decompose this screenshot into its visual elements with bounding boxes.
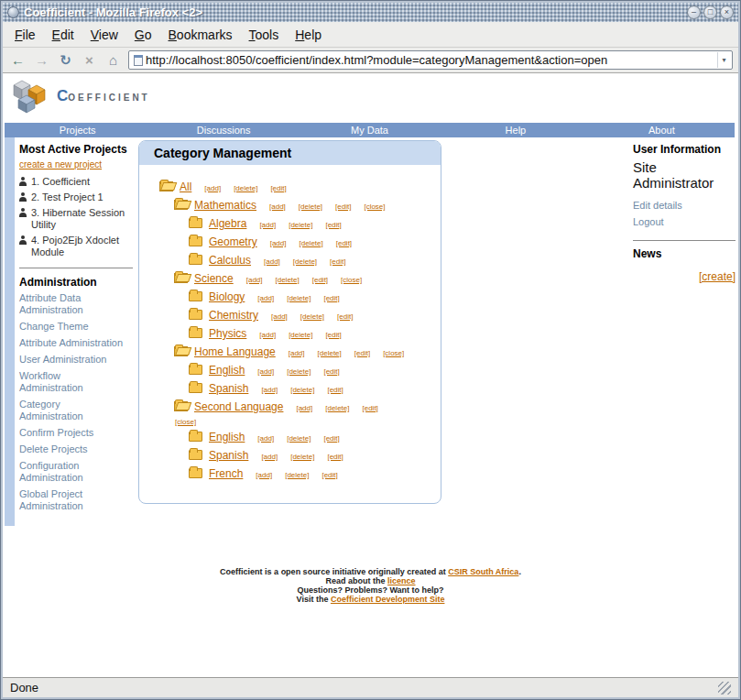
nav-discussions[interactable]: Discussions — [150, 123, 296, 137]
project-link-1-coefficient[interactable]: 1. Coefficient — [19, 176, 127, 188]
forward-button[interactable]: → — [32, 50, 51, 70]
create-project-link[interactable]: create a new project — [19, 159, 136, 170]
action-add-link[interactable]: [add] — [261, 453, 278, 461]
category-link-spanish[interactable]: Spanish — [209, 382, 248, 395]
category-link-algebra[interactable]: Algebra — [209, 217, 246, 230]
action-close-link[interactable]: [close] — [175, 418, 196, 426]
action-add-link[interactable]: [add] — [270, 239, 287, 247]
action-add-link[interactable]: [add] — [256, 471, 272, 479]
category-link-geometry[interactable]: Geometry — [209, 235, 257, 248]
action-add-link[interactable]: [add] — [289, 349, 305, 357]
sidebar-item-global-project-administration[interactable]: Global Project Administration — [19, 488, 125, 512]
action-delete-link[interactable]: [delete] — [318, 349, 342, 357]
action-delete-link[interactable]: [delete] — [290, 386, 314, 394]
category-link-home-language[interactable]: Home Language — [194, 345, 276, 358]
action-delete-link[interactable]: [delete] — [325, 404, 349, 412]
menu-help[interactable]: Help — [287, 25, 330, 45]
action-edit-link[interactable]: [edit] — [270, 184, 286, 192]
sidebar-item-category-administration[interactable]: Category Administration — [19, 399, 125, 422]
action-close-link[interactable]: [close] — [364, 202, 385, 211]
footer-link-csir-south-africa[interactable]: CSIR South Africa — [448, 567, 518, 576]
project-link-3-hibernate-session-utility[interactable]: 3. Hibernate Session Utility — [19, 207, 127, 231]
action-add-link[interactable]: [add] — [296, 404, 312, 412]
footer-link-licence[interactable]: licence — [387, 576, 416, 585]
action-delete-link[interactable]: [delete] — [285, 471, 309, 479]
logout-link[interactable]: Logout — [633, 216, 736, 227]
stop-button[interactable]: × — [80, 50, 99, 70]
sidebar-item-user-administration[interactable]: User Administration — [19, 354, 125, 366]
action-delete-link[interactable]: [delete] — [276, 276, 300, 284]
minimize-button[interactable]: – — [687, 5, 701, 19]
action-delete-link[interactable]: [delete] — [287, 367, 311, 376]
sidebar-item-delete-projects[interactable]: Delete Projects — [19, 443, 125, 455]
category-link-english[interactable]: English — [209, 431, 245, 443]
action-edit-link[interactable]: [edit] — [325, 331, 341, 339]
action-edit-link[interactable]: [edit] — [337, 312, 353, 321]
menu-edit[interactable]: Edit — [44, 25, 82, 45]
url-input[interactable] — [146, 52, 717, 68]
sidebar-item-change-theme[interactable]: Change Theme — [19, 321, 125, 333]
menu-view[interactable]: View — [82, 25, 126, 45]
menu-tools[interactable]: Tools — [241, 25, 288, 45]
action-delete-link[interactable]: [delete] — [299, 239, 322, 247]
nav-help[interactable]: Help — [442, 123, 588, 137]
footer-link-coefficient-development-site[interactable]: Coefficient Development Site — [331, 595, 445, 604]
nav-about[interactable]: About — [589, 123, 735, 137]
action-edit-link[interactable]: [edit] — [323, 434, 339, 443]
nav-projects[interactable]: Projects — [5, 123, 150, 137]
category-link-science[interactable]: Science — [194, 272, 234, 285]
sidebar-item-configuration-administration[interactable]: Configuration Administration — [19, 460, 125, 484]
resize-grip[interactable] — [718, 682, 731, 695]
action-add-link[interactable]: [add] — [204, 184, 221, 192]
action-add-link[interactable]: [add] — [257, 367, 274, 376]
category-link-english[interactable]: English — [209, 364, 245, 377]
action-edit-link[interactable]: [edit] — [362, 404, 377, 412]
menu-go[interactable]: Go — [126, 25, 160, 45]
reload-button[interactable]: ↻ — [56, 50, 75, 70]
action-edit-link[interactable]: [edit] — [323, 294, 339, 302]
category-link-biology[interactable]: Biology — [209, 290, 245, 303]
sidebar-item-confirm-projects[interactable]: Confirm Projects — [19, 427, 125, 439]
action-edit-link[interactable]: [edit] — [336, 239, 352, 247]
back-button[interactable]: ← — [8, 50, 27, 70]
action-edit-link[interactable]: [edit] — [354, 349, 370, 357]
sidebar-item-attribute-administration[interactable]: Attribute Administration — [19, 337, 125, 349]
project-link-2-test-project-1[interactable]: 2. Test Project 1 — [19, 191, 127, 203]
maximize-button[interactable]: □ — [703, 5, 717, 19]
category-link-mathematics[interactable]: Mathematics — [194, 199, 256, 212]
category-link-chemistry[interactable]: Chemistry — [209, 309, 258, 322]
action-add-link[interactable]: [add] — [257, 434, 274, 443]
category-link-physics[interactable]: Physics — [209, 327, 246, 340]
action-edit-link[interactable]: [edit] — [327, 453, 343, 461]
action-delete-link[interactable]: [delete] — [293, 257, 317, 266]
project-link-4-pojo2ejb-xdoclet-module[interactable]: 4. Pojo2Ejb Xdoclet Module — [19, 235, 127, 258]
close-button[interactable]: × — [720, 5, 734, 19]
sidebar-item-attribute-data-administration[interactable]: Attribute Data Administration — [19, 292, 125, 316]
action-add-link[interactable]: [add] — [246, 276, 263, 284]
edit-details-link[interactable]: Edit details — [633, 200, 736, 211]
action-close-link[interactable]: [close] — [383, 349, 404, 357]
sidebar-item-workflow-administration[interactable]: Workflow Administration — [19, 370, 125, 394]
action-edit-link[interactable]: [edit] — [327, 386, 343, 394]
action-edit-link[interactable]: [edit] — [312, 276, 328, 284]
category-link-calculus[interactable]: Calculus — [209, 254, 251, 267]
menu-bookmarks[interactable]: Bookmarks — [160, 25, 241, 45]
action-delete-link[interactable]: [delete] — [289, 331, 312, 339]
home-button[interactable]: ⌂ — [104, 50, 123, 70]
action-add-link[interactable]: [add] — [264, 257, 280, 266]
action-add-link[interactable]: [add] — [257, 294, 274, 302]
action-edit-link[interactable]: [edit] — [323, 367, 339, 376]
url-dropdown-button[interactable]: ▾ — [717, 52, 730, 68]
action-close-link[interactable]: [close] — [341, 276, 362, 284]
menu-file[interactable]: File — [6, 25, 44, 45]
action-edit-link[interactable]: [edit] — [325, 221, 341, 229]
window-menu-icon[interactable] — [7, 6, 19, 18]
action-delete-link[interactable]: [delete] — [289, 221, 312, 229]
action-delete-link[interactable]: [delete] — [300, 312, 324, 321]
category-link-french[interactable]: French — [209, 467, 243, 480]
action-add-link[interactable]: [add] — [261, 386, 278, 394]
action-add-link[interactable]: [add] — [271, 312, 288, 321]
category-link-spanish[interactable]: Spanish — [209, 449, 248, 462]
action-delete-link[interactable]: [delete] — [299, 202, 322, 211]
action-add-link[interactable]: [add] — [259, 331, 276, 339]
